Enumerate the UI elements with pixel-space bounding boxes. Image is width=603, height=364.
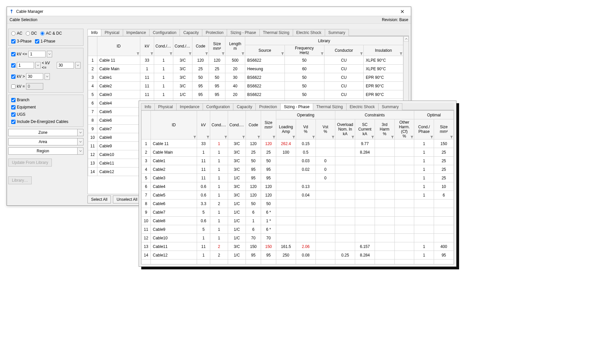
chevron-down-icon — [77, 148, 83, 154]
sizing-phase-window: InfoPhysicalImpedanceConfigurationCapaci… — [139, 101, 456, 267]
tab-info[interactable]: Info — [141, 103, 155, 110]
svg-rect-1 — [11, 11, 12, 13]
table-row[interactable]: 1Cable 113313/C120120500BS662250CUXLPE 9… — [88, 56, 403, 65]
sizing-grid-wrap: IDkVCond./PhaseCond./CableCodeSizemm²Ope… — [141, 110, 454, 264]
check-kv-eq[interactable]: kV = — [11, 84, 25, 89]
select-all-button[interactable]: Select All — [87, 196, 111, 203]
tab-configuration[interactable]: Configuration — [203, 103, 233, 110]
kv-filter-panel: kV <= < kV <= kV > kV = — [8, 48, 84, 93]
check-deenergized[interactable]: Include De-Energized Cables — [11, 119, 81, 124]
check-ugs[interactable]: UGS — [11, 112, 81, 117]
chevron-down-icon — [77, 138, 83, 145]
table-row[interactable]: 8Cable63.321/C5050 — [142, 199, 454, 208]
tab-sizing-phase[interactable]: Sizing - Phase — [227, 29, 259, 36]
kv-between-dd1[interactable] — [35, 62, 41, 69]
kv-gt-input[interactable] — [26, 73, 43, 80]
kv-eq-input — [26, 83, 43, 90]
tab-sizing-phase[interactable]: Sizing - Phase — [280, 103, 313, 110]
table-row[interactable]: 7Cable50.613/C1201200.0416 — [142, 191, 454, 199]
chevron-down-icon — [77, 129, 83, 136]
zone-combo[interactable]: Zone — [8, 129, 84, 136]
tab-capacity[interactable]: Capacity — [233, 103, 256, 110]
tab-impedance[interactable]: Impedance — [123, 29, 150, 36]
table-row[interactable]: 12Cable10111/C7070 — [142, 234, 454, 242]
check-branch[interactable]: Branch — [11, 98, 81, 102]
close-button[interactable] — [396, 8, 409, 15]
tab-thermal-sizing[interactable]: Thermal Sizing — [313, 103, 347, 110]
check-kv-between[interactable] — [11, 63, 16, 68]
table-row[interactable]: 3Cable11113/C50500.030125 — [142, 157, 454, 165]
table-row[interactable]: 2Cable Main113/C25251000.58.284125 — [142, 148, 454, 157]
kv-between-input1[interactable] — [17, 62, 34, 69]
kv-lte-dropdown[interactable] — [47, 51, 52, 57]
tab-thermal-sizing[interactable]: Thermal Sizing — [259, 29, 293, 36]
kv-between-label: < kV <= — [42, 61, 55, 70]
tab-capacity[interactable]: Capacity — [180, 29, 202, 36]
main-tabs: InfoPhysicalImpedanceConfigurationCapaci… — [87, 29, 409, 36]
table-row[interactable]: 4Cable21113/C95950.020125 — [142, 165, 454, 174]
table-row[interactable]: 9Cable7511/C66 * — [142, 208, 454, 217]
table-row[interactable]: 13Cable111123/C150150161.52.066.1571400 — [142, 242, 454, 251]
table-row[interactable]: 11Cable9511/C66 * — [142, 225, 454, 234]
update-from-library-button[interactable]: Update From Library — [8, 159, 52, 167]
include-flags-panel: Branch Equipment UGS Include De-Energize… — [8, 95, 84, 127]
tab-configuration[interactable]: Configuration — [149, 29, 180, 36]
check-1phase[interactable]: 1-Phase — [35, 39, 55, 44]
table-row[interactable]: 14Cable12121/C95952500.080.258.284195 — [142, 251, 454, 259]
area-combo[interactable]: Area — [8, 138, 84, 145]
tab-physical[interactable]: Physical — [154, 103, 177, 110]
tab-electric-shock[interactable]: Electric Shock — [293, 29, 325, 36]
source-type-panel: AC DC AC & DC 3-Phase 1-Phase — [8, 29, 84, 46]
table-row[interactable]: 5Cable31111/C95950125 — [142, 174, 454, 182]
check-kv-gt[interactable]: kV > — [11, 74, 25, 79]
radio-ac[interactable]: AC — [11, 31, 22, 36]
window-title: Cable Manager — [16, 9, 396, 14]
kv-lte-input[interactable] — [28, 51, 46, 57]
radio-acdc[interactable]: AC & DC — [40, 31, 62, 36]
scroll-up-button[interactable] — [404, 36, 409, 42]
unselect-all-button[interactable]: Unselect All — [113, 196, 141, 203]
radio-dc[interactable]: DC — [26, 31, 37, 36]
tab-electric-shock[interactable]: Electric Shock — [346, 103, 379, 110]
tab-impedance[interactable]: Impedance — [176, 103, 203, 110]
app-icon — [9, 9, 14, 14]
tab-info[interactable]: Info — [87, 29, 101, 36]
revision-label: Revision: Base — [382, 17, 408, 22]
subheader-bar: Cable Selection Revision: Base — [7, 16, 411, 24]
kv-between-input2[interactable] — [57, 62, 74, 69]
titlebar: Cable Manager — [7, 7, 411, 16]
tab-physical[interactable]: Physical — [101, 29, 123, 36]
kv-between-dd2[interactable] — [75, 62, 81, 69]
kv-gt-dropdown[interactable] — [45, 73, 50, 80]
check-equipment[interactable]: Equipment — [11, 105, 81, 109]
table-row[interactable]: 5Cable31111/C959520BS662250CUEPR 90°C — [88, 90, 403, 99]
cable-selection-label: Cable Selection — [10, 17, 37, 22]
table-row[interactable]: 2Cable Main113/C252520Heesung60CUXLPE 90… — [88, 65, 403, 73]
selection-buttons: Select All Unselect All — [87, 196, 141, 203]
filters-sidebar: AC DC AC & DC 3-Phase 1-Phase kV <= < kV… — [8, 29, 84, 204]
tab-summary[interactable]: Summary — [325, 29, 349, 36]
tab-summary[interactable]: Summary — [378, 103, 402, 110]
sizing-grid[interactable]: IDkVCond./PhaseCond./CableCodeSizemm²Ope… — [141, 110, 454, 264]
table-row[interactable]: 3Cable11113/C505030BS662250CUEPR 90°C — [88, 73, 403, 82]
table-row[interactable]: 1Cable 113313/C120120262.40.159.771150 — [142, 139, 454, 148]
table-row[interactable]: 6Cable40.613/C1201200.13110 — [142, 182, 454, 191]
check-kv-lte[interactable]: kV <= — [11, 52, 27, 56]
tab-protection[interactable]: Protection — [202, 29, 227, 36]
table-row[interactable]: 4Cable21113/C959540BS662250CUEPR 90°C — [88, 82, 403, 90]
library-button[interactable]: Library… — [8, 176, 32, 184]
float-tabs: InfoPhysicalImpedanceConfigurationCapaci… — [141, 103, 454, 110]
region-combo[interactable]: Region — [8, 147, 84, 155]
tab-protection[interactable]: Protection — [255, 103, 281, 110]
check-3phase[interactable]: 3-Phase — [11, 39, 32, 44]
table-row[interactable]: 10Cable80.611/C11 * — [142, 217, 454, 225]
